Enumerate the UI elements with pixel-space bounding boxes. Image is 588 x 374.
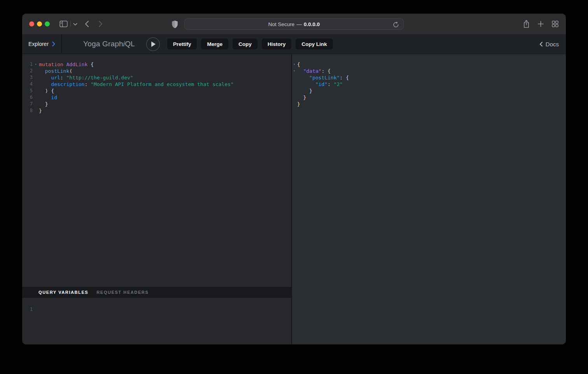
forward-button[interactable]	[96, 19, 105, 28]
line-number: 1	[22, 306, 33, 313]
code-line: 1▾mutation AddLink {	[22, 61, 291, 68]
code-line: 5 ) {	[22, 88, 291, 94]
reload-icon	[393, 22, 399, 28]
new-tab-button[interactable]	[538, 21, 544, 27]
reload-button[interactable]	[393, 21, 401, 28]
share-icon	[523, 20, 530, 28]
line-number: 2	[22, 68, 33, 74]
browser-chrome: Not Secure — 0.0.0.0	[22, 14, 566, 34]
code-text: "postLink": {	[297, 74, 349, 81]
code-line: 3 url: "http://the-guild.dev"	[22, 74, 291, 81]
logo-text-suffix: QL	[125, 40, 135, 48]
code-text: }	[297, 101, 300, 107]
line-number: 7	[22, 101, 33, 107]
variables-tab-bar: QUERY VARIABLES REQUEST HEADERS	[22, 287, 291, 298]
fold-spacer	[292, 88, 297, 94]
graphiql-main: 1▾mutation AddLink {2 postLink(3 url: "h…	[22, 54, 566, 344]
code-line: }	[292, 88, 566, 94]
toolbar-button-merge[interactable]: Merge	[201, 39, 228, 49]
share-button[interactable]	[523, 20, 530, 28]
explorer-label: Explorer	[28, 41, 49, 47]
grid-icon	[552, 21, 558, 27]
code-line: 1	[22, 306, 291, 313]
toolbar-button-history[interactable]: History	[262, 39, 292, 49]
code-line: 2 postLink(	[22, 68, 291, 74]
fold-spacer	[33, 68, 39, 74]
explorer-toggle[interactable]: Explorer	[22, 34, 62, 54]
line-number: 1	[22, 61, 33, 68]
code-line: }	[292, 101, 566, 107]
chrome-right-actions	[523, 19, 558, 28]
back-chevron-icon	[85, 21, 89, 27]
line-number: 5	[22, 88, 33, 94]
sidebar-icon	[60, 21, 68, 27]
docs-label: Docs	[546, 41, 559, 47]
code-text: }	[297, 94, 306, 101]
code-line: 6 id	[22, 94, 291, 101]
response-pane: ▾{▾ "data": { "postLink": { "id": "2" } …	[292, 54, 566, 344]
back-button[interactable]	[82, 19, 91, 28]
docs-button[interactable]: Docs	[539, 41, 559, 47]
fold-spacer	[33, 306, 39, 313]
query-editor[interactable]: 1▾mutation AddLink {2 postLink(3 url: "h…	[22, 54, 291, 287]
code-line: 8}	[22, 107, 291, 114]
privacy-shield-button[interactable]	[171, 20, 178, 28]
address-host: 0.0.0.0	[304, 21, 320, 27]
fold-spacer	[292, 81, 297, 88]
code-text: description: "Modern API Platform and ec…	[39, 81, 234, 88]
logo-text: Yoga Graph	[83, 40, 123, 48]
code-text: }	[39, 107, 42, 114]
fold-arrow-icon[interactable]: ▾	[33, 61, 39, 68]
code-text: ) {	[39, 88, 54, 94]
code-line: 7 }	[22, 101, 291, 107]
line-number: 4	[22, 81, 33, 88]
response-viewer: ▾{▾ "data": { "postLink": { "id": "2" } …	[292, 54, 566, 107]
fold-spacer	[33, 101, 39, 107]
code-text: url: "http://the-guild.dev"	[39, 74, 133, 81]
code-text: "data": {	[297, 68, 331, 74]
code-text: "id": "2"	[297, 81, 343, 88]
line-number: 8	[22, 107, 33, 114]
play-icon	[151, 41, 156, 47]
chevron-left-icon	[539, 42, 543, 47]
code-text: mutation AddLink {	[39, 61, 94, 68]
fold-spacer	[33, 81, 39, 88]
fold-spacer	[33, 88, 39, 94]
sidebar-menu-button[interactable]	[72, 23, 78, 26]
forward-chevron-icon	[98, 21, 103, 27]
zoom-button[interactable]	[45, 21, 50, 26]
fold-spacer	[292, 94, 297, 101]
fold-spacer	[292, 74, 297, 81]
fold-spacer	[33, 94, 39, 101]
code-line: 4 description: "Modern API Platform and …	[22, 81, 291, 88]
sidebar-toggle-button[interactable]	[59, 20, 68, 28]
line-number: 6	[22, 94, 33, 101]
fold-arrow-icon[interactable]: ▾	[292, 68, 297, 74]
fold-spacer	[33, 74, 39, 81]
close-button[interactable]	[29, 21, 34, 26]
code-text: postLink(	[39, 68, 72, 74]
minimize-button[interactable]	[37, 21, 42, 26]
variables-editor[interactable]: 1	[22, 298, 291, 344]
tab-overview-button[interactable]	[552, 21, 558, 27]
fold-arrow-icon[interactable]: ▾	[292, 61, 297, 68]
code-line: ▾ "data": {	[292, 68, 566, 74]
graphiql-toolbar: Explorer Yoga GraphiQL PrettifyMergeCopy…	[22, 34, 566, 54]
toolbar-button-copy-link[interactable]: Copy Link	[296, 39, 332, 49]
toolbar-button-copy[interactable]: Copy	[233, 39, 257, 49]
code-text: }	[297, 88, 312, 94]
code-text: id	[39, 94, 57, 101]
window-controls	[29, 21, 50, 26]
request-headers-tab[interactable]: REQUEST HEADERS	[96, 290, 149, 295]
address-separator: —	[296, 21, 302, 27]
code-line: }	[292, 94, 566, 101]
execute-button[interactable]	[146, 37, 160, 51]
toolbar-buttons: PrettifyMergeCopyHistoryCopy Link	[167, 39, 333, 49]
query-variables-tab[interactable]: QUERY VARIABLES	[38, 290, 88, 295]
toolbar-button-prettify[interactable]: Prettify	[167, 39, 197, 49]
toolbar-separator	[70, 21, 71, 27]
code-line: "id": "2"	[292, 81, 566, 88]
app-logo: Yoga GraphiQL	[83, 40, 135, 48]
address-bar[interactable]: Not Secure — 0.0.0.0	[184, 18, 404, 30]
code-text: {	[297, 61, 300, 68]
